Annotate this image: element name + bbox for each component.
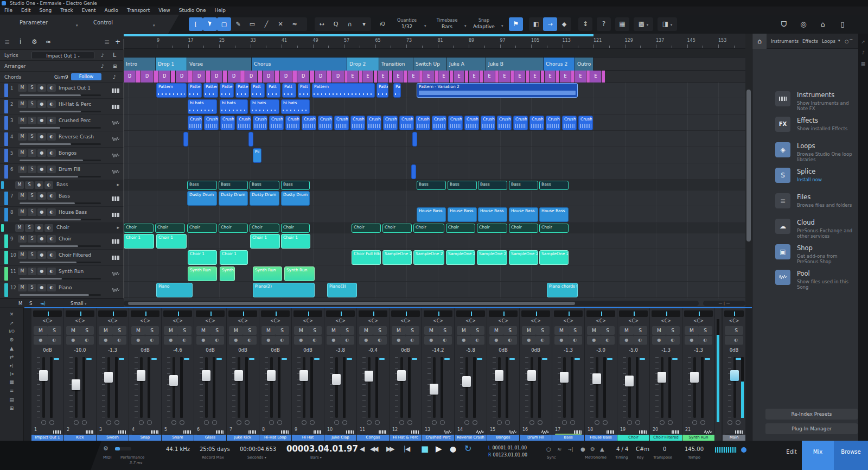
- arranger-section-chorus-2[interactable]: Chorus 2: [544, 58, 575, 71]
- clip-bass[interactable]: Bass: [219, 181, 248, 190]
- track-solo-button[interactable]: S: [28, 208, 36, 216]
- chord-block[interactable]: D: [210, 71, 222, 82]
- chord-follow-button[interactable]: Follow: [71, 73, 101, 80]
- channel-mute-button[interactable]: M: [327, 326, 341, 335]
- cue-knob[interactable]: [334, 420, 339, 425]
- rail-pin-icon[interactable]: ↗: [858, 39, 868, 45]
- cue-knob[interactable]: [692, 420, 697, 425]
- mixer-add-icon[interactable]: ⊞: [0, 405, 23, 411]
- pan-control[interactable]: [359, 310, 387, 317]
- cue-knob[interactable]: [269, 420, 274, 425]
- chord-sliver[interactable]: [327, 71, 331, 82]
- key-value[interactable]: C#m: [636, 446, 649, 452]
- chord-block[interactable]: E: [560, 71, 571, 82]
- chord-sliver[interactable]: [419, 71, 423, 82]
- fader-handle[interactable]: [592, 373, 601, 384]
- track-row[interactable]: 4MS●◐Reverse Crash: [0, 131, 124, 148]
- channel-solo-button[interactable]: S: [601, 326, 615, 335]
- channel-monitor-button[interactable]: ◐: [470, 336, 484, 345]
- timeline-ruler[interactable]: 9172533414957657381899710511312112913714…: [124, 34, 745, 49]
- clip-choir-1[interactable]: Choir 1: [220, 250, 248, 265]
- clip-crush[interactable]: Crush: [497, 116, 512, 130]
- mixer-swap-icon[interactable]: ⇄: [0, 354, 23, 360]
- channel-monitor-button[interactable]: ◐: [177, 336, 192, 345]
- channel-name[interactable]: Juke Kick: [227, 435, 259, 441]
- channel-mute-button[interactable]: M: [554, 326, 569, 335]
- prev-marker-button[interactable]: ◀: [360, 445, 365, 453]
- chord-block[interactable]: E: [347, 71, 358, 82]
- quantize-chevron-icon[interactable]: ▾: [424, 24, 426, 28]
- channel-mute-button[interactable]: M: [652, 326, 666, 335]
- channel-monitor-button[interactable]: ◐: [601, 336, 615, 345]
- folder-monitor-button[interactable]: ◐: [44, 181, 53, 189]
- chord-sliver[interactable]: [556, 71, 559, 82]
- mixer-channel[interactable]: <C>MS●◐-3.810Auto: OffJuke Clap: [324, 308, 356, 441]
- rewind-button[interactable]: ◀◀: [370, 445, 376, 453]
- cue-knob[interactable]: [505, 420, 510, 425]
- channel-solo-button[interactable]: S: [470, 326, 484, 335]
- track-record-button[interactable]: ●: [37, 149, 46, 157]
- iq-toggle[interactable]: iQ: [380, 21, 385, 27]
- clip-crush[interactable]: Crush: [302, 116, 316, 130]
- channel-mute-button[interactable]: M: [620, 326, 634, 335]
- channel-monitor-button[interactable]: ◐: [373, 336, 387, 345]
- mixer-channel[interactable]: <C>MS●◐-3.018Auto: OffHouse Bass: [585, 308, 617, 441]
- clip-pattern[interactable]: Pattern: [312, 83, 375, 98]
- chord-block[interactable]: E: [362, 71, 373, 82]
- cue-knob[interactable]: [603, 420, 608, 425]
- layout-button[interactable]: ◨ ▾: [658, 17, 677, 31]
- clip-patte[interactable]: Patte: [220, 83, 234, 98]
- channel-mute-button[interactable]: M: [489, 326, 503, 335]
- track-row[interactable]: 11MS●◐Synth Run: [0, 266, 124, 282]
- channel-monitor-button[interactable]: ◐: [405, 336, 419, 345]
- clip-blank[interactable]: [183, 132, 188, 147]
- channel-record-button[interactable]: ●: [327, 336, 341, 345]
- channel-name[interactable]: Choir Filtered: [650, 435, 682, 441]
- track-monitor-button[interactable]: ◐: [47, 268, 56, 275]
- macro-icon[interactable]: ▾: [357, 17, 371, 31]
- track-monitor-button[interactable]: ◐: [47, 133, 56, 141]
- channel-monitor-button[interactable]: ◐: [340, 336, 354, 345]
- clip-patt[interactable]: Patt: [393, 83, 401, 98]
- track-mute-button[interactable]: M: [18, 166, 27, 173]
- track-record-button[interactable]: ●: [37, 284, 46, 291]
- vertical-scrollbar[interactable]: [745, 34, 752, 307]
- clip-piano-chords-t[interactable]: Piano chords t: [547, 283, 578, 297]
- mute-tool[interactable]: ✕: [273, 17, 288, 31]
- cue-knob[interactable]: [114, 420, 119, 425]
- precount-icon[interactable]: ●: [580, 446, 585, 452]
- clip-piano-3-[interactable]: Piano(3): [327, 283, 357, 297]
- setup-icon[interactable]: ⚙: [31, 38, 37, 46]
- clip-crush[interactable]: Crush: [383, 116, 398, 130]
- tempo-value[interactable]: 145.00: [685, 446, 704, 452]
- monitor-speaker-icon[interactable]: ◄): [40, 299, 46, 308]
- cue-knob[interactable]: [668, 420, 673, 425]
- snap-chevron-icon[interactable]: ▾: [501, 24, 503, 28]
- video-button[interactable]: ▦: [615, 17, 629, 31]
- channel-mute-button[interactable]: M: [424, 326, 438, 335]
- parameter-dropdown[interactable]: Parameter: [20, 20, 48, 26]
- clip-crush[interactable]: Crush: [432, 116, 446, 130]
- chord-sliver[interactable]: [526, 71, 529, 82]
- lyrics-L-icon[interactable]: L: [113, 50, 116, 61]
- channel-name[interactable]: Bass: [552, 435, 584, 441]
- track-record-button[interactable]: ●: [37, 192, 46, 200]
- channel-mute-button[interactable]: M: [229, 326, 243, 335]
- clip-crush[interactable]: Crush: [367, 116, 381, 130]
- fader-handle[interactable]: [730, 370, 739, 381]
- timebase-value[interactable]: Bars: [432, 24, 462, 29]
- arranger-note-icon[interactable]: ♪: [101, 61, 104, 72]
- cue-knob[interactable]: [106, 420, 111, 425]
- clip-synth-run[interactable]: Synth Run: [220, 266, 235, 281]
- channel-name[interactable]: Impact Out 1: [31, 435, 63, 441]
- object-select-tool[interactable]: ▢: [217, 17, 231, 31]
- track-volume-slider[interactable]: [20, 278, 101, 280]
- pan-control[interactable]: [489, 310, 518, 317]
- mixer-channel[interactable]: <C>MS●◐0dB7Auto: OffJuke Kick: [227, 308, 259, 441]
- vertical-scroll-thumb[interactable]: [746, 90, 751, 242]
- channel-monitor-button[interactable]: ◐: [438, 336, 452, 345]
- clip-bass[interactable]: Bass: [187, 181, 217, 190]
- bars-position-value[interactable]: 00003.04.01.97: [286, 444, 358, 454]
- mixer-channel[interactable]: <C>MS●◐-1.317ReadBass: [552, 308, 584, 441]
- chord-sliver[interactable]: [223, 71, 227, 82]
